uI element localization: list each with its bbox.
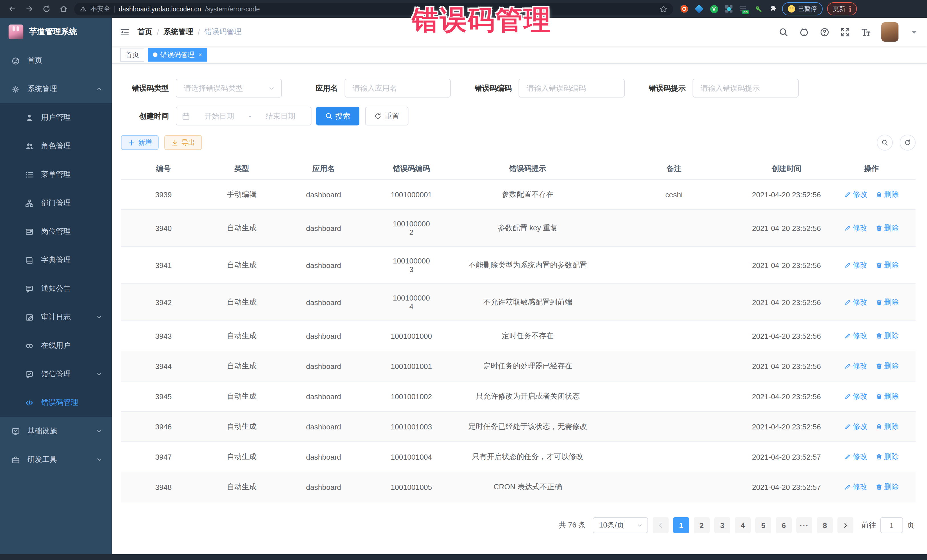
breadcrumb-home[interactable]: 首页 (137, 27, 152, 37)
sidebar-item-dept[interactable]: 部门管理 (0, 189, 112, 217)
edit-link[interactable]: 修改 (844, 482, 868, 492)
user-avatar[interactable] (881, 22, 898, 42)
sidebar-item-home[interactable]: 首页 (0, 46, 112, 75)
sidebar-item-online-user[interactable]: 在线用户 (0, 331, 112, 360)
delete-link[interactable]: 删除 (875, 482, 899, 492)
bottom-scrollbar-strip[interactable] (0, 554, 927, 560)
cell-app: dashboard (278, 381, 370, 411)
delete-link[interactable]: 删除 (875, 391, 899, 401)
sidebar-item-menu[interactable]: 菜单管理 (0, 160, 112, 189)
reset-button[interactable]: 重置 (365, 107, 409, 126)
sidebar-item-audit-log[interactable]: 审计日志 (0, 303, 112, 331)
extension-orange-icon[interactable] (680, 5, 688, 13)
delete-link[interactable]: 删除 (875, 189, 899, 200)
edit-link[interactable]: 修改 (844, 297, 868, 307)
app-name-input[interactable] (351, 83, 444, 93)
page-button-1[interactable]: 1 (673, 517, 689, 533)
delete-link[interactable]: 删除 (875, 297, 899, 307)
address-separator (114, 5, 115, 12)
error-code-input[interactable] (526, 83, 618, 93)
browser-update-button[interactable]: 更新 (827, 2, 857, 15)
browser-reload-icon[interactable] (40, 3, 53, 15)
extension-green-icon[interactable]: V (710, 5, 718, 13)
delete-link[interactable]: 删除 (875, 260, 899, 270)
online-icon (25, 341, 33, 350)
sidebar-item-sms[interactable]: 短信管理 (0, 360, 112, 389)
delete-link[interactable]: 删除 (875, 452, 899, 462)
page-button-3[interactable]: 3 (714, 517, 730, 533)
sidebar-item-notice[interactable]: 通知公告 (0, 274, 112, 303)
edit-link[interactable]: 修改 (844, 189, 868, 200)
page-button-5[interactable]: 5 (755, 517, 771, 533)
export-button[interactable]: 导出 (164, 135, 202, 150)
edit-link[interactable]: 修改 (844, 260, 868, 270)
sidebar-item-dev-tools[interactable]: 研发工具 (0, 445, 112, 474)
error-code-field (518, 79, 625, 97)
sidebar-item-role[interactable]: 角色管理 (0, 132, 112, 160)
edit-link[interactable]: 修改 (844, 452, 868, 462)
extension-key-icon[interactable] (754, 5, 763, 13)
extension-squares-icon[interactable] (725, 5, 733, 13)
github-icon[interactable] (799, 27, 809, 37)
edit-link[interactable]: 修改 (844, 331, 868, 341)
close-icon[interactable]: × (199, 52, 202, 58)
next-page-button[interactable] (837, 517, 853, 533)
edit-link[interactable]: 修改 (844, 422, 868, 432)
help-icon[interactable] (820, 27, 830, 37)
page-button-8[interactable]: 8 (817, 517, 833, 533)
delete-link[interactable]: 删除 (875, 422, 899, 432)
fullscreen-icon[interactable] (840, 27, 850, 37)
cell-remark: ceshi (602, 179, 745, 209)
avatar-caret-icon[interactable] (909, 27, 919, 37)
extensions-puzzle-icon[interactable] (769, 5, 778, 13)
page-button-4[interactable]: 4 (735, 517, 751, 533)
delete-link[interactable]: 删除 (875, 223, 899, 233)
sidebar-item-error-code[interactable]: 错误码管理 (0, 389, 112, 417)
header-search-icon[interactable] (779, 27, 789, 37)
page-button-6[interactable]: 6 (776, 517, 792, 533)
delete-link[interactable]: 删除 (875, 361, 899, 371)
cell-remark (602, 284, 745, 321)
error-hint-input[interactable] (699, 83, 792, 93)
edit-link[interactable]: 修改 (844, 361, 868, 371)
sidebar-item-dict[interactable]: 字典管理 (0, 246, 112, 274)
refresh-table-button[interactable] (900, 135, 916, 150)
profile-paused-badge[interactable]: 已暂停 (782, 2, 823, 15)
delete-link[interactable]: 删除 (875, 331, 899, 341)
bookmark-star-icon[interactable] (660, 5, 667, 13)
cell-code: 1001000004 (370, 284, 453, 321)
cell-type: 自动生成 (206, 381, 278, 411)
sidebar-item-user[interactable]: 用户管理 (0, 103, 112, 132)
sidebar-item-post[interactable]: 岗位管理 (0, 217, 112, 246)
error-code-type-select-input[interactable] (182, 83, 266, 93)
page-ellipsis[interactable]: ··· (796, 517, 812, 533)
browser-home-icon[interactable] (57, 3, 70, 15)
browser-back-icon[interactable] (6, 3, 18, 15)
tab-home[interactable]: 首页 (120, 48, 144, 62)
hamburger-icon[interactable] (120, 27, 129, 37)
address-bar[interactable]: 不安全 dashboard.yudao.iocoder.cn/system/er… (74, 3, 673, 15)
sidebar-item-system[interactable]: 系统管理 (0, 75, 112, 103)
create-time-range-picker[interactable]: 开始日期 - 结束日期 (176, 107, 312, 126)
date-start-placeholder[interactable]: 开始日期 (195, 111, 244, 121)
goto-page-input[interactable] (880, 517, 903, 533)
search-button[interactable]: 搜索 (316, 107, 359, 126)
breadcrumb-system[interactable]: 系统管理 (163, 27, 193, 37)
tab-error-code[interactable]: 错误码管理× (148, 48, 207, 62)
date-end-placeholder[interactable]: 结束日期 (255, 111, 305, 121)
add-button[interactable]: 新增 (121, 135, 159, 150)
sidebar-logo[interactable]: 芋道管理系统 (0, 18, 112, 46)
edit-link[interactable]: 修改 (844, 223, 868, 233)
page-button-2[interactable]: 2 (694, 517, 710, 533)
browser-forward-icon[interactable] (23, 3, 35, 15)
sidebar-item-infra[interactable]: 基础设施 (0, 417, 112, 445)
font-size-icon[interactable] (861, 27, 871, 37)
extension-gem-icon[interactable] (695, 5, 704, 13)
error-code-type-select[interactable] (176, 79, 282, 97)
prev-page-button[interactable] (653, 517, 669, 533)
page-size-select[interactable]: 10条/页 (593, 517, 648, 533)
toggle-search-button[interactable] (877, 135, 893, 150)
edit-link[interactable]: 修改 (844, 391, 868, 401)
browser-menu-icon[interactable] (849, 6, 851, 12)
extension-switch-icon[interactable]: on (739, 5, 748, 13)
